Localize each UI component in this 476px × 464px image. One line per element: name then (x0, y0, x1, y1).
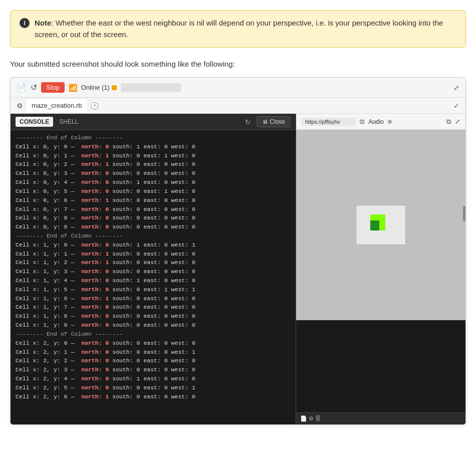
console-line: Cell x: 2, y: 0 — north: 0 south: 0 east… (16, 339, 291, 348)
console-output[interactable]: -------- End of Column --------Cell x: 0… (11, 130, 296, 424)
console-line: Cell x: 1, y: 8 — north: 0 south: 0 east… (16, 312, 291, 321)
preview-panel: https://pfflsyhv ⧉ Audio ⧉ ⤢ 📄 ⚙ 🗄 (296, 114, 465, 424)
console-line: Cell x: 0, y: 3 — north: 0 south: 0 east… (16, 169, 291, 178)
expand-icon[interactable]: ⤢ (453, 84, 459, 92)
maze-dark-block (370, 220, 379, 230)
clock-icon[interactable]: 🕐 (90, 102, 99, 110)
console-line: -------- End of Column -------- (16, 231, 291, 241)
console-line: Cell x: 0, y: 8 — north: 0 south: 0 east… (16, 213, 291, 222)
online-dot (112, 85, 117, 90)
console-line: -------- End of Column -------- (16, 133, 291, 142)
preview-bottom-info: 📄 ⚙ 🗄 (300, 415, 321, 422)
maze-window (356, 205, 406, 245)
console-line: Cell x: 0, y: 0 — north: 0 south: 1 east… (16, 142, 291, 151)
console-line: Cell x: 1, y: 3 — north: 0 south: 0 east… (16, 267, 291, 276)
shell-tab[interactable]: SHELL (59, 118, 78, 125)
checkmark-icon: ✓ (453, 102, 459, 110)
wifi-icon: 📶 (69, 84, 77, 92)
browser-tabs: ⚙ maze_creation.rb 🕐 ✓ (11, 98, 465, 114)
preview-toolbar: https://pfflsyhv ⧉ Audio ⧉ ⤢ (296, 114, 465, 130)
copy-icon[interactable]: ⧉ (360, 118, 364, 126)
preview-bottom-area: 📄 ⚙ 🗄 (296, 320, 465, 424)
console-line: Cell x: 0, y: 4 — north: 0 south: 1 east… (16, 178, 291, 187)
subtitle-text: Your submitted screenshot should look so… (10, 60, 466, 68)
console-line: Cell x: 0, y: 5 — north: 0 south: 0 east… (16, 187, 291, 196)
console-line: Cell x: 2, y: 1 — north: 0 south: 0 east… (16, 348, 291, 357)
console-line: Cell x: 0, y: 1 — north: 1 south: 0 east… (16, 151, 291, 160)
preview-top-area (296, 130, 465, 320)
refresh-icon[interactable]: ↻ (245, 118, 251, 126)
note-box: i Note: Whether the east or the west nei… (10, 10, 466, 48)
console-line: Cell x: 2, y: 4 — north: 0 south: 1 east… (16, 374, 291, 383)
settings-icon[interactable]: ⚙ (17, 102, 23, 110)
console-line: Cell x: 2, y: 2 — north: 0 south: 0 east… (16, 356, 291, 365)
browser-window: 📄 ↺ Stop 📶 Online (1) ⤢ ⚙ maze_creation.… (10, 77, 466, 425)
file-icon: 📄 (17, 83, 27, 92)
scroll-handle[interactable] (463, 206, 465, 221)
monitor-icon: 🖥 (262, 119, 268, 125)
console-toolbar: CONSOLE SHELL ↻ 🖥 Close (11, 114, 296, 130)
preview-expand-icon[interactable]: ⤢ (455, 118, 460, 125)
console-line: Cell x: 0, y: 2 — north: 1 south: 0 east… (16, 160, 291, 169)
console-line: Cell x: 1, y: 6 — north: 1 south: 0 east… (16, 294, 291, 303)
browser-toolbar: 📄 ↺ Stop 📶 Online (1) ⤢ (11, 78, 465, 98)
console-line: -------- End of Column -------- (16, 330, 291, 339)
preview-bottom-toolbar: 📄 ⚙ 🗄 (296, 412, 465, 424)
console-panel: CONSOLE SHELL ↻ 🖥 Close -------- End of … (11, 114, 296, 424)
audio-dot (388, 120, 392, 124)
console-line: Cell x: 0, y: 6 — north: 1 south: 0 east… (16, 196, 291, 205)
stop-button[interactable]: Stop (41, 82, 65, 93)
url-placeholder (121, 83, 181, 92)
note-text: Note: Whether the east or the west neigh… (35, 18, 456, 40)
info-icon: i (20, 18, 30, 28)
console-line: Cell x: 0, y: 7 — north: 0 south: 0 east… (16, 205, 291, 214)
console-line: Cell x: 1, y: 5 — north: 0 south: 0 east… (16, 285, 291, 294)
console-tab[interactable]: CONSOLE (16, 117, 53, 127)
browser-content: CONSOLE SHELL ↻ 🖥 Close -------- End of … (11, 114, 465, 424)
undo-icon: ↺ (31, 83, 37, 92)
console-line: Cell x: 2, y: 5 — north: 0 south: 0 east… (16, 383, 291, 392)
console-line: Cell x: 2, y: 6 — north: 1 south: 0 east… (16, 392, 291, 401)
console-line: Cell x: 1, y: 2 — north: 1 south: 0 east… (16, 258, 291, 267)
console-line: Cell x: 0, y: 9 — north: 0 south: 0 east… (16, 222, 291, 231)
console-line: Cell x: 2, y: 3 — north: 0 south: 0 east… (16, 365, 291, 374)
console-line: Cell x: 1, y: 9 — north: 0 south: 0 east… (16, 321, 291, 330)
close-button[interactable]: 🖥 Close (257, 116, 291, 127)
console-line: Cell x: 1, y: 7 — north: 0 south: 0 east… (16, 303, 291, 312)
preview-url: https://pfflsyhv (301, 118, 356, 126)
console-line: Cell x: 1, y: 4 — north: 0 south: 1 east… (16, 276, 291, 285)
console-line: Cell x: 1, y: 1 — north: 1 south: 0 east… (16, 250, 291, 259)
audio-label: Audio (368, 118, 384, 125)
console-line: Cell x: 1, y: 0 — north: 0 south: 1 east… (16, 241, 291, 250)
file-tab[interactable]: maze_creation.rb (25, 98, 88, 113)
online-badge: Online (1) (81, 84, 117, 91)
open-in-new-icon[interactable]: ⧉ (446, 118, 451, 126)
